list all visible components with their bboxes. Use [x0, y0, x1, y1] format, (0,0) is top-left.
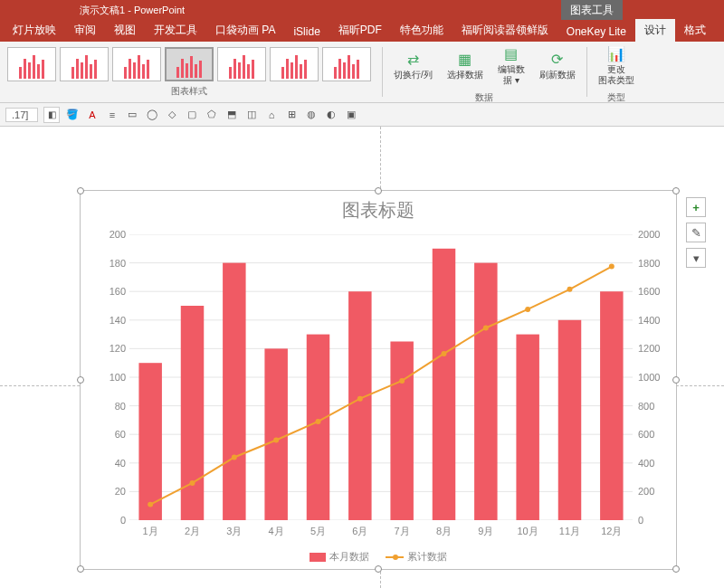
svg-rect-17	[390, 342, 413, 521]
chart-type-icon: 📊	[607, 45, 625, 62]
grid-icon: ▦	[458, 51, 472, 68]
refresh-data-button[interactable]: ⟳刷新数据	[532, 42, 583, 90]
chart-elements-button[interactable]: +	[686, 197, 706, 217]
shape-icon-4[interactable]: ▢	[185, 108, 199, 122]
legend-item-bar[interactable]: 本月数据	[310, 550, 369, 564]
resize-handle-se[interactable]	[672, 565, 680, 573]
edit-data-button[interactable]: ▤编辑数 据 ▾	[491, 42, 532, 90]
group-label-styles: 图表样式	[171, 85, 207, 98]
chart-style-1[interactable]	[7, 47, 56, 81]
shape-icon-7[interactable]: ◫	[244, 108, 259, 122]
tab-special[interactable]: 特色功能	[391, 19, 452, 42]
chart-style-7[interactable]	[322, 47, 371, 81]
refresh-icon: ⟳	[551, 51, 563, 68]
tab-foxit-pdf[interactable]: 福昕PDF	[329, 19, 391, 42]
tab-review[interactable]: 审阅	[65, 19, 105, 42]
resize-handle-ne[interactable]	[672, 187, 680, 194]
group-label-data: 数据	[475, 91, 493, 104]
table-icon: ▤	[504, 45, 518, 62]
shape-icon-1[interactable]: ▭	[125, 108, 139, 122]
change-chart-type-button[interactable]: 📊更改 图表类型	[591, 42, 642, 90]
chart-style-4[interactable]	[165, 47, 214, 81]
switch-row-col-button[interactable]: ⇄切换行/列	[386, 42, 440, 90]
svg-rect-22	[600, 291, 623, 520]
chart-styles-button[interactable]: ✎	[686, 223, 706, 242]
legend-swatch-line	[386, 556, 404, 558]
svg-rect-13	[223, 263, 245, 520]
svg-rect-16	[348, 291, 371, 520]
chart-object[interactable]: 图表标题 020406080100120140160180200 0200400…	[80, 190, 677, 570]
tab-developer[interactable]: 开发工具	[145, 19, 206, 42]
shape-icon-5[interactable]: ⬠	[205, 108, 219, 122]
y-axis-left: 020406080100120140160180200	[90, 234, 126, 520]
tab-format[interactable]: 格式	[675, 19, 715, 42]
tab-design[interactable]: 设计	[635, 19, 675, 42]
legend-item-line[interactable]: 累计数据	[386, 550, 447, 564]
switch-icon: ⇄	[407, 51, 419, 68]
qat-btn-1[interactable]: ◧	[43, 107, 60, 123]
tab-pocket-anim[interactable]: 口袋动画 PA	[206, 19, 284, 42]
svg-rect-21	[558, 320, 581, 520]
shape-icon-11[interactable]: ◐	[324, 108, 338, 122]
chart-style-2[interactable]	[60, 47, 109, 81]
chart-side-buttons: + ✎ ▾	[686, 197, 706, 268]
ribbon-body: 图表样式 ⇄切换行/列 ▦选择数据 ▤编辑数 据 ▾ ⟳刷新数据 数据 📊更改 …	[0, 42, 724, 103]
shape-icon-3[interactable]: ◇	[165, 108, 179, 122]
select-data-button[interactable]: ▦选择数据	[440, 42, 491, 90]
tab-view[interactable]: 视图	[105, 19, 145, 42]
chart-svg	[129, 234, 633, 520]
svg-rect-20	[516, 335, 538, 520]
chart-legend[interactable]: 本月数据 累计数据	[81, 550, 676, 564]
chart-plot-area[interactable]: 020406080100120140160180200 020040060080…	[129, 234, 633, 520]
slide-canvas[interactable]: 图表标题 020406080100120140160180200 0200400…	[0, 127, 724, 588]
chart-style-gallery[interactable]	[0, 42, 378, 83]
coord-box: .17]	[5, 108, 38, 122]
svg-rect-15	[307, 335, 329, 520]
color-fill-icon[interactable]: 🪣	[65, 108, 80, 122]
resize-handle-s[interactable]	[375, 565, 382, 573]
resize-handle-nw[interactable]	[77, 187, 84, 194]
chart-filters-button[interactable]: ▾	[686, 248, 706, 268]
tab-context-chart-tools: 图表工具	[561, 0, 623, 20]
tab-foxit-reader[interactable]: 福昕阅读器领鲜版	[452, 19, 557, 42]
tab-islide[interactable]: iSlide	[284, 22, 329, 42]
font-color-icon[interactable]: A	[85, 108, 100, 122]
group-label-type: 类型	[607, 91, 625, 104]
svg-rect-18	[433, 249, 455, 520]
chart-title[interactable]: 图表标题	[81, 198, 676, 223]
tab-slideshow[interactable]: 灯片放映	[4, 19, 65, 42]
chart-style-3[interactable]	[112, 47, 161, 81]
shape-icon-9[interactable]: ⊞	[284, 108, 299, 122]
shape-icon-2[interactable]: ◯	[145, 108, 159, 122]
app-title: 演示文稿1 - PowerPoint	[80, 4, 185, 17]
ribbon-tabs: 灯片放映 审阅 视图 开发工具 口袋动画 PA iSlide 福昕PDF 特色功…	[0, 20, 724, 42]
svg-rect-11	[138, 363, 161, 520]
resize-handle-n[interactable]	[375, 187, 382, 194]
x-axis: 1月2月3月4月5月6月7月8月9月10月11月12月	[129, 525, 633, 538]
align-icon[interactable]: ≡	[105, 108, 119, 122]
resize-handle-sw[interactable]	[77, 565, 84, 573]
shape-icon-8[interactable]: ⌂	[264, 108, 279, 122]
svg-rect-19	[474, 263, 497, 520]
resize-handle-w[interactable]	[77, 376, 84, 384]
tab-onekey[interactable]: OneKey Lite	[557, 22, 635, 42]
shape-icon-12[interactable]: ▣	[344, 108, 358, 122]
shape-icon-6[interactable]: ⬒	[224, 108, 239, 122]
svg-rect-14	[264, 348, 287, 520]
y-axis-right: 0200400600800100012001400160018002000	[638, 234, 674, 520]
shape-icon-10[interactable]: ◍	[304, 108, 319, 122]
quick-access-toolbar: .17] ◧ 🪣 A ≡ ▭ ◯ ◇ ▢ ⬠ ⬒ ◫ ⌂ ⊞ ◍ ◐ ▣	[0, 103, 724, 127]
chart-style-5[interactable]	[217, 47, 266, 81]
legend-swatch-bar	[310, 553, 326, 562]
chart-style-6[interactable]	[270, 47, 319, 81]
